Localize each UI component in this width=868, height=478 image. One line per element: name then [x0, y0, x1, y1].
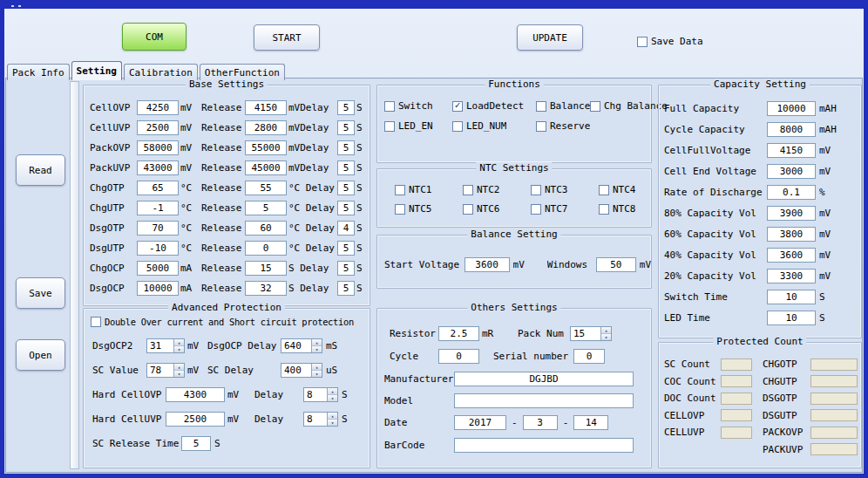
dsgocp-delay-input[interactable]: [281, 339, 311, 352]
checkbox-box[interactable]: [536, 121, 546, 132]
capacity-value-input[interactable]: [767, 227, 816, 242]
pack-num-spinner[interactable]: ▴▾: [570, 326, 612, 341]
delay-input[interactable]: [337, 201, 355, 215]
value-input[interactable]: [137, 140, 179, 155]
checkbox-box[interactable]: [536, 101, 546, 112]
value-input[interactable]: [137, 160, 179, 175]
spin-down-icon[interactable]: ▾: [174, 346, 184, 352]
sc-delay-spinner[interactable]: ▴▾: [281, 363, 322, 378]
tab-pack-info[interactable]: Pack Info: [7, 64, 70, 80]
checkbox-box[interactable]: [384, 121, 395, 132]
hard-ovp-delay-input[interactable]: [304, 388, 327, 401]
function-checkbox[interactable]: LED_EN: [384, 120, 452, 132]
sc-release-input[interactable]: [181, 436, 211, 451]
release-input[interactable]: [245, 261, 287, 276]
save-button[interactable]: Save: [16, 277, 65, 309]
delay-input[interactable]: [337, 140, 355, 155]
spinner-buttons[interactable]: ▴▾: [173, 339, 184, 352]
function-checkbox[interactable]: Balance: [536, 100, 590, 112]
release-input[interactable]: [245, 201, 287, 215]
capacity-value-input[interactable]: [767, 290, 816, 304]
sc-value-spinner[interactable]: ▴▾: [146, 363, 185, 378]
release-input[interactable]: [245, 241, 287, 256]
release-input[interactable]: [245, 160, 287, 175]
ntc-checkbox[interactable]: NTC5: [395, 203, 463, 215]
save-data-checkbox[interactable]: Save Data: [637, 36, 703, 47]
spin-up-icon[interactable]: ▴: [601, 327, 611, 334]
pack-num-input[interactable]: [571, 327, 600, 340]
update-button[interactable]: UPDATE: [517, 24, 583, 51]
checkbox-box[interactable]: [395, 185, 405, 195]
hard-ovp-delay-spinner[interactable]: ▴▾: [303, 387, 338, 402]
checkbox-box[interactable]: [395, 204, 405, 215]
sc-value-input[interactable]: [147, 364, 173, 377]
spinner-buttons[interactable]: ▴▾: [327, 413, 337, 426]
checkbox-box[interactable]: [452, 121, 463, 132]
value-input[interactable]: [137, 100, 179, 115]
capacity-value-input[interactable]: [767, 164, 816, 179]
capacity-value-input[interactable]: [767, 101, 816, 116]
cycle-input[interactable]: [438, 349, 479, 364]
checkbox-box[interactable]: [91, 317, 101, 327]
read-button[interactable]: Read: [16, 154, 65, 186]
function-checkbox[interactable]: Switch: [384, 100, 452, 112]
ntc-checkbox[interactable]: NTC1: [395, 184, 463, 195]
capacity-value-input[interactable]: [767, 269, 816, 283]
sc-delay-input[interactable]: [281, 364, 311, 377]
hard-uvp-delay-spinner[interactable]: ▴▾: [303, 412, 338, 427]
spinner-buttons[interactable]: ▴▾: [311, 339, 322, 352]
model-input[interactable]: [454, 393, 634, 408]
date-year-input[interactable]: [454, 415, 506, 430]
delay-input[interactable]: [337, 221, 355, 236]
delay-input[interactable]: [337, 120, 355, 135]
capacity-value-input[interactable]: [767, 185, 816, 200]
start-voltage-input[interactable]: [465, 257, 510, 272]
tab-calibration[interactable]: Calibration: [124, 64, 198, 80]
spin-up-icon[interactable]: ▴: [174, 364, 184, 371]
release-input[interactable]: [245, 221, 287, 236]
ntc-checkbox[interactable]: NTC3: [531, 184, 599, 195]
spin-down-icon[interactable]: ▾: [312, 346, 322, 352]
spin-down-icon[interactable]: ▾: [174, 371, 184, 377]
release-input[interactable]: [245, 140, 287, 155]
spin-down-icon[interactable]: ▾: [601, 334, 611, 340]
value-input[interactable]: [137, 201, 179, 215]
delay-input[interactable]: [337, 160, 355, 175]
release-input[interactable]: [245, 281, 287, 296]
capacity-value-input[interactable]: [767, 206, 816, 221]
spin-up-icon[interactable]: ▴: [312, 364, 322, 371]
ntc-checkbox[interactable]: NTC4: [599, 184, 667, 195]
checkbox-box[interactable]: ✓: [452, 101, 463, 112]
double-protection-checkbox[interactable]: Double Over current and Short circuit pr…: [91, 317, 354, 327]
value-input[interactable]: [137, 261, 179, 276]
delay-input[interactable]: [337, 281, 355, 296]
release-input[interactable]: [245, 100, 287, 115]
resistor-input[interactable]: [438, 326, 479, 341]
hard-cellovp-input[interactable]: [166, 387, 225, 402]
tab-otherfunction[interactable]: OtherFunction: [200, 64, 285, 80]
value-input[interactable]: [137, 241, 179, 256]
checkbox-box[interactable]: [463, 185, 473, 195]
spin-down-icon[interactable]: ▾: [328, 420, 337, 426]
checkbox-box[interactable]: [463, 204, 473, 215]
spin-up-icon[interactable]: ▴: [328, 413, 337, 420]
tab-setting[interactable]: Setting: [71, 61, 122, 80]
checkbox-box[interactable]: [599, 185, 609, 195]
checkbox-box[interactable]: [637, 37, 648, 47]
value-input[interactable]: [137, 120, 179, 135]
checkbox-box[interactable]: [590, 101, 600, 112]
manufacturer-input[interactable]: [454, 372, 634, 386]
release-input[interactable]: [245, 120, 287, 135]
function-checkbox[interactable]: LED_NUM: [452, 120, 536, 132]
capacity-value-input[interactable]: [767, 143, 816, 158]
serial-number-input[interactable]: [573, 349, 605, 364]
delay-input[interactable]: [337, 261, 355, 276]
checkbox-box[interactable]: [384, 101, 395, 112]
capacity-value-input[interactable]: [767, 248, 816, 263]
checkbox-box[interactable]: [531, 204, 541, 215]
hard-celluvp-input[interactable]: [166, 412, 225, 427]
value-input[interactable]: [137, 181, 179, 195]
spinner-buttons[interactable]: ▴▾: [311, 364, 322, 377]
window-title-bar[interactable]: [4, 4, 864, 9]
barcode-input[interactable]: [454, 438, 634, 453]
